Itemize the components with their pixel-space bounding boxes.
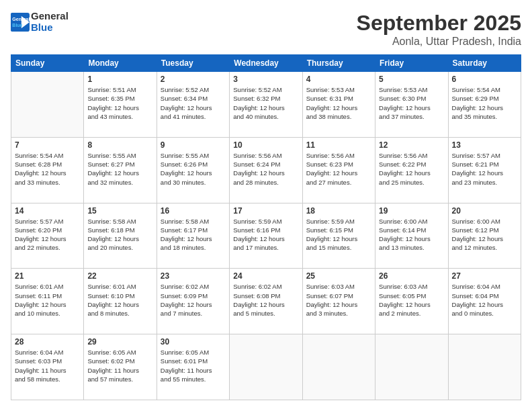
- day-number: 10: [233, 140, 298, 150]
- svg-text:General: General: [12, 16, 30, 21]
- day-number: 8: [87, 140, 152, 150]
- calendar-cell: [448, 334, 521, 400]
- day-number: 6: [452, 75, 517, 84]
- day-number: 26: [379, 271, 444, 281]
- weekday-header-sunday: Sunday: [11, 55, 84, 72]
- day-number: 4: [306, 75, 371, 84]
- day-number: 7: [15, 140, 80, 150]
- calendar-cell: 11Sunrise: 5:56 AM Sunset: 6:23 PM Dayli…: [302, 137, 375, 203]
- month-title: September 2025: [357, 11, 521, 36]
- calendar-cell: 1Sunrise: 5:51 AM Sunset: 6:35 PM Daylig…: [84, 72, 157, 138]
- day-number: 5: [379, 75, 444, 84]
- day-number: 2: [161, 75, 226, 84]
- calendar-cell: 6Sunrise: 5:54 AM Sunset: 6:29 PM Daylig…: [448, 72, 521, 138]
- location-title: Aonla, Uttar Pradesh, India: [357, 36, 521, 48]
- day-info: Sunrise: 5:52 AM Sunset: 6:34 PM Dayligh…: [161, 85, 226, 121]
- day-info: Sunrise: 5:56 AM Sunset: 6:22 PM Dayligh…: [379, 151, 444, 187]
- day-info: Sunrise: 5:58 AM Sunset: 6:18 PM Dayligh…: [87, 217, 152, 253]
- day-info: Sunrise: 5:52 AM Sunset: 6:32 PM Dayligh…: [233, 85, 298, 121]
- day-number: 13: [452, 140, 517, 150]
- day-info: Sunrise: 6:03 AM Sunset: 6:07 PM Dayligh…: [306, 282, 371, 318]
- calendar-table: SundayMondayTuesdayWednesdayThursdayFrid…: [11, 54, 521, 400]
- title-block: September 2025 Aonla, Uttar Pradesh, Ind…: [357, 11, 521, 48]
- day-info: Sunrise: 6:03 AM Sunset: 6:05 PM Dayligh…: [379, 282, 444, 318]
- svg-text:Blue: Blue: [12, 23, 22, 28]
- day-number: 20: [452, 206, 517, 216]
- day-number: 25: [306, 271, 371, 281]
- day-info: Sunrise: 6:01 AM Sunset: 6:11 PM Dayligh…: [15, 282, 80, 318]
- day-number: 9: [161, 140, 226, 150]
- calendar-cell: 29Sunrise: 6:05 AM Sunset: 6:02 PM Dayli…: [84, 334, 157, 400]
- logo-line2: Blue: [31, 22, 69, 34]
- calendar-cell: 26Sunrise: 6:03 AM Sunset: 6:05 PM Dayli…: [375, 269, 448, 334]
- calendar-cell: 3Sunrise: 5:52 AM Sunset: 6:32 PM Daylig…: [230, 72, 302, 138]
- calendar-cell: 21Sunrise: 6:01 AM Sunset: 6:11 PM Dayli…: [11, 269, 84, 334]
- day-number: 14: [15, 206, 80, 216]
- day-info: Sunrise: 6:00 AM Sunset: 6:14 PM Dayligh…: [379, 217, 444, 253]
- calendar-cell: 10Sunrise: 5:56 AM Sunset: 6:24 PM Dayli…: [230, 137, 302, 203]
- day-number: 19: [379, 206, 444, 216]
- calendar-cell: 30Sunrise: 6:05 AM Sunset: 6:01 PM Dayli…: [157, 334, 229, 400]
- day-info: Sunrise: 6:01 AM Sunset: 6:10 PM Dayligh…: [87, 282, 152, 318]
- calendar-cell: 15Sunrise: 5:58 AM Sunset: 6:18 PM Dayli…: [84, 203, 157, 269]
- calendar-cell: 12Sunrise: 5:56 AM Sunset: 6:22 PM Dayli…: [375, 137, 448, 203]
- calendar-cell: 2Sunrise: 5:52 AM Sunset: 6:34 PM Daylig…: [157, 72, 229, 138]
- calendar-cell: 17Sunrise: 5:59 AM Sunset: 6:16 PM Dayli…: [230, 203, 302, 269]
- calendar-cell: 7Sunrise: 5:54 AM Sunset: 6:28 PM Daylig…: [11, 137, 84, 203]
- calendar-cell: 19Sunrise: 6:00 AM Sunset: 6:14 PM Dayli…: [375, 203, 448, 269]
- svg-rect-2: [11, 13, 21, 32]
- logo-line1: General: [31, 11, 69, 22]
- calendar-cell: [302, 334, 375, 400]
- calendar-cell: 28Sunrise: 6:04 AM Sunset: 6:03 PM Dayli…: [11, 334, 84, 400]
- day-info: Sunrise: 5:55 AM Sunset: 6:27 PM Dayligh…: [87, 151, 152, 187]
- weekday-header-thursday: Thursday: [302, 55, 375, 72]
- day-info: Sunrise: 5:53 AM Sunset: 6:30 PM Dayligh…: [379, 85, 444, 121]
- calendar-cell: [11, 72, 84, 138]
- day-number: 1: [87, 75, 152, 84]
- logo-icon: General Blue: [11, 13, 30, 32]
- day-info: Sunrise: 6:02 AM Sunset: 6:08 PM Dayligh…: [233, 282, 298, 318]
- calendar-cell: 24Sunrise: 6:02 AM Sunset: 6:08 PM Dayli…: [230, 269, 302, 334]
- weekday-header-wednesday: Wednesday: [230, 55, 302, 72]
- day-info: Sunrise: 5:57 AM Sunset: 6:20 PM Dayligh…: [15, 217, 80, 253]
- calendar-cell: 9Sunrise: 5:55 AM Sunset: 6:26 PM Daylig…: [157, 137, 229, 203]
- day-info: Sunrise: 5:51 AM Sunset: 6:35 PM Dayligh…: [87, 85, 152, 121]
- calendar-cell: 18Sunrise: 5:59 AM Sunset: 6:15 PM Dayli…: [302, 203, 375, 269]
- day-number: 3: [233, 75, 298, 84]
- day-info: Sunrise: 5:57 AM Sunset: 6:21 PM Dayligh…: [452, 151, 517, 187]
- day-number: 18: [306, 206, 371, 216]
- day-number: 11: [306, 140, 371, 150]
- day-info: Sunrise: 5:55 AM Sunset: 6:26 PM Dayligh…: [161, 151, 226, 187]
- day-info: Sunrise: 5:58 AM Sunset: 6:17 PM Dayligh…: [161, 217, 226, 253]
- calendar-cell: [375, 334, 448, 400]
- day-info: Sunrise: 5:54 AM Sunset: 6:29 PM Dayligh…: [452, 85, 517, 121]
- day-number: 28: [15, 337, 80, 347]
- calendar-cell: 4Sunrise: 5:53 AM Sunset: 6:31 PM Daylig…: [302, 72, 375, 138]
- day-number: 24: [233, 271, 298, 281]
- day-number: 29: [87, 337, 152, 347]
- calendar-cell: 22Sunrise: 6:01 AM Sunset: 6:10 PM Dayli…: [84, 269, 157, 334]
- calendar-cell: 23Sunrise: 6:02 AM Sunset: 6:09 PM Dayli…: [157, 269, 229, 334]
- day-info: Sunrise: 5:56 AM Sunset: 6:24 PM Dayligh…: [233, 151, 298, 187]
- day-info: Sunrise: 6:04 AM Sunset: 6:04 PM Dayligh…: [452, 282, 517, 318]
- calendar-cell: 14Sunrise: 5:57 AM Sunset: 6:20 PM Dayli…: [11, 203, 84, 269]
- calendar-cell: 5Sunrise: 5:53 AM Sunset: 6:30 PM Daylig…: [375, 72, 448, 138]
- day-info: Sunrise: 5:59 AM Sunset: 6:16 PM Dayligh…: [233, 217, 298, 253]
- logo: General Blue General Blue: [11, 11, 69, 33]
- day-number: 27: [452, 271, 517, 281]
- weekday-header-monday: Monday: [84, 55, 157, 72]
- day-number: 30: [161, 337, 226, 347]
- day-info: Sunrise: 5:56 AM Sunset: 6:23 PM Dayligh…: [306, 151, 371, 187]
- day-number: 16: [161, 206, 226, 216]
- weekday-header-friday: Friday: [375, 55, 448, 72]
- weekday-header-tuesday: Tuesday: [157, 55, 229, 72]
- day-number: 22: [87, 271, 152, 281]
- calendar-cell: 20Sunrise: 6:00 AM Sunset: 6:12 PM Dayli…: [448, 203, 521, 269]
- day-info: Sunrise: 5:53 AM Sunset: 6:31 PM Dayligh…: [306, 85, 371, 121]
- day-number: 23: [161, 271, 226, 281]
- day-number: 15: [87, 206, 152, 216]
- calendar-cell: 16Sunrise: 5:58 AM Sunset: 6:17 PM Dayli…: [157, 203, 229, 269]
- weekday-header-saturday: Saturday: [448, 55, 521, 72]
- day-info: Sunrise: 6:05 AM Sunset: 6:01 PM Dayligh…: [161, 348, 226, 383]
- calendar-cell: 8Sunrise: 5:55 AM Sunset: 6:27 PM Daylig…: [84, 137, 157, 203]
